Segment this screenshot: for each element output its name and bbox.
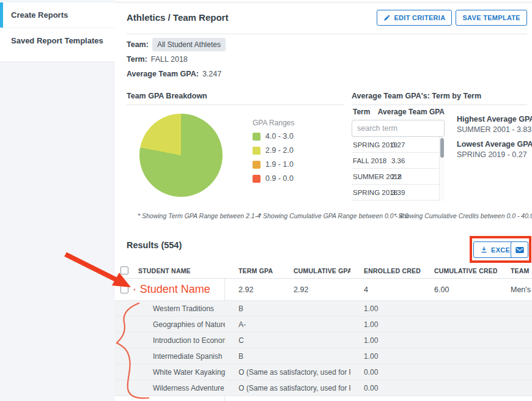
highest-avg-gpa-value: SUMMER 2001 - 3.83 <box>457 125 530 134</box>
sidebar-item-label: Saved Report Templates <box>11 36 103 45</box>
results-table: STUDENT NAME TERM GPA CUMULATIVE GPA ENR… <box>115 263 532 401</box>
header-buttons: EDIT CRITERIA SAVE TEMPLATE <box>377 10 527 26</box>
term-value: FALL 2018 <box>151 55 188 64</box>
next-row-stub <box>115 396 532 401</box>
redacted-student-name: Student Name <box>140 283 210 296</box>
course-row: Western Traditions B 1.00 <box>115 301 532 317</box>
legend-item: 4.0 - 3.0 <box>253 132 294 141</box>
highest-avg-gpa-label: Highest Average GPA <box>457 115 530 123</box>
results-table-header-row: STUDENT NAME TERM GPA CUMULATIVE GPA ENR… <box>115 263 532 279</box>
student-term-gpa: 2.92 <box>225 285 280 294</box>
column-enrolled-credits: ENROLLED CREDITS <box>350 267 421 274</box>
legend-item: 1.9 - 1.0 <box>253 160 294 169</box>
avg-gpa-meta-row: Average Team GPA: 3.247 <box>127 70 221 78</box>
gpa-extremes: Highest Average GPA SUMMER 2001 - 3.83 L… <box>457 115 530 165</box>
athletics-team-report-page: Create Reports Saved Report Templates At… <box>0 0 532 401</box>
edit-criteria-button[interactable]: EDIT CRITERIA <box>377 10 452 26</box>
term-row[interactable]: SUMMER 2018 2.2 <box>352 169 445 185</box>
page-title: Athletics / Team Report <box>127 12 228 23</box>
legend-swatch-green <box>253 133 260 141</box>
team-meta-row: Team: All Student Athletes <box>127 38 226 51</box>
footnote-cumulative-credits: * Showing Cumulative Credits between 0.0… <box>394 212 532 219</box>
term-meta-row: Term: FALL 2018 <box>127 55 188 64</box>
avg-gpa-value: 3.247 <box>202 70 221 78</box>
course-row: Wilderness Adventure (1 unit) O (Same as… <box>115 380 532 396</box>
column-team: TEAM <box>497 267 532 274</box>
legend-swatch-orange <box>253 161 260 169</box>
sidebar-item-create-reports[interactable]: Create Reports <box>0 2 115 28</box>
course-row: Introduction to Economics C 1.00 <box>115 333 532 348</box>
column-term-gpa: TERM GPA <box>225 267 280 274</box>
sidebar-menu: Create Reports Saved Report Templates <box>0 2 115 62</box>
column-cumulative-credits: CUMULATIVE CREDITS <box>421 267 497 274</box>
pencil-icon <box>383 14 391 21</box>
term-table-rows: SPRING 2019 0.27 FALL 2018 3.36 SUMMER 2… <box>352 137 445 201</box>
term-row[interactable]: FALL 2018 3.36 <box>352 153 445 169</box>
footnote-cumulative-gpa-range: * Showing Cumulative GPA Range between 0… <box>259 212 408 219</box>
column-cumulative-gpa: CUMULATIVE GPA <box>280 267 350 274</box>
column-student-name: STUDENT NAME <box>138 267 191 274</box>
avg-gpa-label: Average Team GPA: <box>127 70 199 78</box>
select-all-checkbox[interactable] <box>120 267 128 274</box>
legend-swatch-red <box>253 175 260 183</box>
redaction-dot: · <box>133 285 136 295</box>
term-by-term-panel: Average Team GPA's: Term by Term Term Av… <box>352 92 527 205</box>
envelope-icon <box>515 246 525 254</box>
legend-item: 2.9 - 2.0 <box>253 146 294 155</box>
search-term-input[interactable] <box>352 120 445 137</box>
results-title: Results (554) <box>127 240 182 250</box>
course-row: Geographies of Nature Econ Soc A- 1.00 <box>115 317 532 333</box>
student-enrolled-credits: 4 <box>350 285 421 294</box>
avg-gpa-column-header: Average Team GPA <box>378 108 445 116</box>
term-row[interactable]: SPRING 2018 3.39 <box>352 185 445 200</box>
course-list: Western Traditions B 1.00 Geographies of… <box>115 301 532 396</box>
sidebar-item-saved-report-templates[interactable]: Saved Report Templates <box>0 28 115 53</box>
title-divider <box>127 34 527 34</box>
student-cumulative-credits: 6.00 <box>421 285 497 294</box>
lowest-avg-gpa-label: Lowest Average GPA <box>457 140 530 149</box>
student-row[interactable]: · Student Name 2.92 2.92 4 6.00 Men's In <box>115 279 532 301</box>
term-table-scrollbar <box>439 137 445 201</box>
legend-title: GPA Ranges <box>253 119 294 127</box>
gpa-pie-chart <box>139 114 223 197</box>
sidebar: Create Reports Saved Report Templates <box>0 0 115 401</box>
download-icon <box>480 246 488 254</box>
team-badge: All Student Athletes <box>152 38 226 51</box>
save-template-button[interactable]: SAVE TEMPLATE <box>456 10 527 26</box>
footnote-term-gpa-range: * Showing Term GPA Range between 2.1-4 <box>138 212 260 219</box>
student-row-checkbox[interactable] <box>120 285 128 293</box>
sidebar-item-label: Create Reports <box>11 10 68 20</box>
term-table-header: Term Average Team GPA <box>352 108 445 116</box>
term-row[interactable]: SPRING 2019 0.27 <box>352 137 445 153</box>
panel-title: Average Team GPA's: Term by Term <box>352 92 527 105</box>
panel-title: Team GPA Breakdown <box>127 92 344 105</box>
email-report-button[interactable] <box>511 241 528 258</box>
legend-swatch-yellow <box>253 147 260 155</box>
student-cumulative-gpa: 2.92 <box>280 285 350 294</box>
course-row: White Water Kayaking (1 unit) O (Same as… <box>115 364 532 380</box>
team-gpa-breakdown-panel: Team GPA Breakdown GPA Ranges 4.0 - 3.0 … <box>127 92 344 205</box>
scrollbar-thumb[interactable] <box>440 138 444 158</box>
course-row: Intermediate Spanish B 1.00 <box>115 348 532 364</box>
team-label: Team: <box>127 40 149 49</box>
legend-item: 0.9 - 0.0 <box>253 174 294 183</box>
student-team: Men's In <box>497 285 532 294</box>
term-column-header: Term <box>352 108 378 116</box>
lowest-avg-gpa-value: SPRING 2019 - 0.27 <box>457 150 530 159</box>
term-label: Term: <box>127 55 147 64</box>
gpa-ranges-legend: GPA Ranges 4.0 - 3.0 2.9 - 2.0 1.9 - 1.0… <box>253 119 294 188</box>
